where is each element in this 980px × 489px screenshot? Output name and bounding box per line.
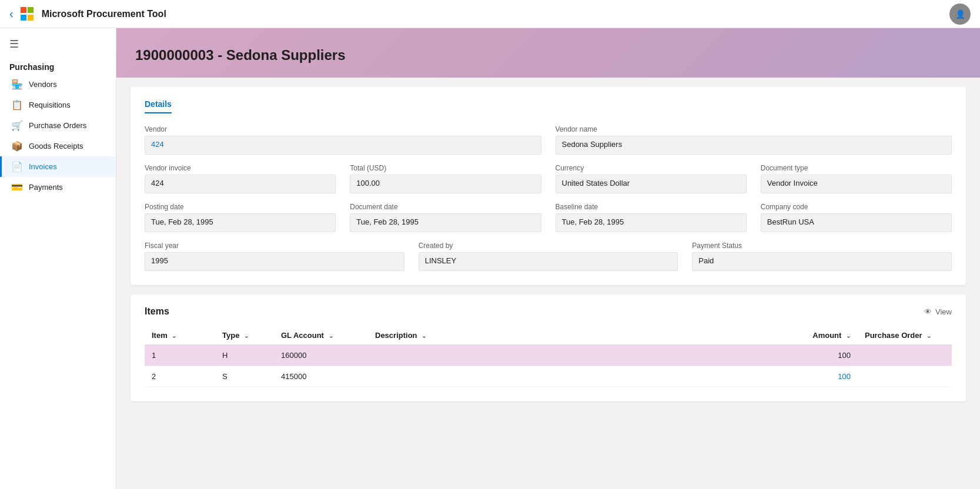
col-header-item[interactable]: Item ⌄	[145, 326, 215, 345]
sidebar-item-requisitions[interactable]: 📋 Requisitions	[0, 95, 116, 115]
fiscal-year-field: Fiscal year 1995	[145, 242, 404, 271]
app-name: Microsoft Procurement Tool	[42, 9, 166, 19]
currency-label: Currency	[556, 164, 747, 172]
sidebar-item-label: Payments	[29, 183, 63, 192]
eye-icon: 👁	[924, 307, 932, 316]
posting-date-value: Tue, Feb 28, 1995	[145, 213, 336, 232]
table-cell-1: H	[215, 345, 274, 366]
items-table: Item ⌄ Type ⌄ GL Account ⌄	[145, 326, 952, 387]
desc-sort-icon: ⌄	[422, 333, 426, 339]
sidebar-item-vendors[interactable]: 🏪 Vendors	[0, 74, 116, 95]
goods-receipts-icon: 📦	[11, 140, 23, 152]
table-cell-4: 100	[787, 345, 858, 366]
currency-field: Currency United States Dollar	[556, 164, 747, 193]
payment-status-label: Payment Status	[692, 242, 952, 250]
details-grid: Vendor 424 Vendor name Sedona Suppliers …	[145, 125, 952, 271]
created-by-label: Created by	[419, 242, 678, 250]
table-header-row: Item ⌄ Type ⌄ GL Account ⌄	[145, 326, 952, 345]
page-header: 1900000003 - Sedona Suppliers	[116, 28, 980, 78]
details-row-4: Fiscal year 1995 Created by LINSLEY Paym…	[145, 242, 952, 271]
sidebar-item-invoices[interactable]: 📄 Invoices	[0, 156, 116, 177]
details-tab[interactable]: Details	[145, 99, 172, 113]
page-title: 1900000003 - Sedona Suppliers	[135, 47, 961, 63]
document-date-value: Tue, Feb 28, 1995	[350, 213, 541, 232]
purchase-orders-icon: 🛒	[11, 120, 23, 131]
sidebar-item-purchase-orders[interactable]: 🛒 Purchase Orders	[0, 115, 116, 136]
amount-sort-icon: ⌄	[846, 333, 851, 339]
details-row-1: Vendor 424 Vendor name Sedona Suppliers	[145, 125, 952, 155]
col-header-amount[interactable]: Amount ⌄	[787, 326, 858, 345]
table-cell-2: 160000	[274, 345, 368, 366]
document-date-field: Document date Tue, Feb 28, 1995	[350, 203, 541, 232]
details-row-3: Posting date Tue, Feb 28, 1995 Document …	[145, 203, 952, 232]
document-type-field: Document type Vendor Invoice	[761, 164, 952, 193]
items-header: Items 👁 View	[145, 306, 952, 317]
table-row[interactable]: 2S415000100	[145, 366, 952, 387]
table-cell-2: 415000	[274, 366, 368, 387]
vendor-invoice-value: 424	[145, 175, 336, 193]
hamburger-icon[interactable]: ☰	[0, 33, 116, 55]
view-label: View	[935, 307, 952, 316]
invoices-icon: 📄	[11, 161, 23, 172]
baseline-date-value: Tue, Feb 28, 1995	[556, 213, 747, 232]
sidebar-item-goods-receipts[interactable]: 📦 Goods Receipts	[0, 136, 116, 156]
content-area: 1900000003 - Sedona Suppliers Details Ve…	[116, 28, 980, 489]
vendors-icon: 🏪	[11, 79, 23, 90]
requisitions-icon: 📋	[11, 99, 23, 110]
col-header-description[interactable]: Description ⌄	[368, 326, 787, 345]
po-sort-icon: ⌄	[927, 333, 931, 339]
sidebar: ☰ Purchasing 🏪 Vendors 📋 Requisitions 🛒 …	[0, 28, 116, 489]
created-by-field: Created by LINSLEY	[419, 242, 678, 271]
baseline-date-field: Baseline date Tue, Feb 28, 1995	[556, 203, 747, 232]
vendor-field: Vendor 424	[145, 125, 541, 155]
col-header-type[interactable]: Type ⌄	[215, 326, 274, 345]
vendor-name-value: Sedona Suppliers	[556, 136, 952, 155]
table-cell-3	[368, 345, 787, 366]
table-cell-5	[858, 345, 952, 366]
fiscal-year-label: Fiscal year	[145, 242, 404, 250]
company-code-value: BestRun USA	[761, 213, 952, 232]
posting-date-label: Posting date	[145, 203, 336, 211]
col-header-purchase-order[interactable]: Purchase Order ⌄	[858, 326, 952, 345]
sidebar-item-label: Goods Receipts	[29, 142, 83, 150]
vendor-name-field: Vendor name Sedona Suppliers	[556, 125, 952, 155]
vendor-name-label: Vendor name	[556, 125, 952, 133]
vendor-label: Vendor	[145, 125, 541, 133]
company-code-field: Company code BestRun USA	[761, 203, 952, 232]
details-row-2: Vendor invoice 424 Total (USD) 100.00 Cu…	[145, 164, 952, 193]
col-header-gl[interactable]: GL Account ⌄	[274, 326, 368, 345]
posting-date-field: Posting date Tue, Feb 28, 1995	[145, 203, 336, 232]
sidebar-item-label: Invoices	[29, 162, 57, 171]
total-label: Total (USD)	[350, 164, 541, 172]
payment-status-field: Payment Status Paid	[692, 242, 952, 271]
sidebar-section-title: Purchasing	[0, 58, 116, 74]
total-value: 100.00	[350, 175, 541, 193]
fiscal-year-value: 1995	[145, 252, 404, 271]
table-cell-0: 1	[145, 345, 215, 366]
payments-icon: 💳	[11, 182, 23, 193]
baseline-date-label: Baseline date	[556, 203, 747, 211]
gl-sort-icon: ⌄	[329, 333, 333, 339]
topbar: ‹ Microsoft Procurement Tool 👤	[0, 0, 980, 28]
company-code-label: Company code	[761, 203, 952, 211]
items-title: Items	[145, 306, 169, 317]
vendor-value[interactable]: 424	[145, 136, 541, 155]
type-sort-icon: ⌄	[244, 333, 249, 339]
document-type-value: Vendor Invoice	[761, 175, 952, 193]
table-row[interactable]: 1H160000100	[145, 345, 952, 366]
vendor-invoice-label: Vendor invoice	[145, 164, 336, 172]
table-cell-0: 2	[145, 366, 215, 387]
back-button[interactable]: ‹	[9, 7, 14, 21]
details-card: Details Vendor 424 Vendor name Sedona Su…	[131, 87, 966, 285]
sidebar-item-label: Purchase Orders	[29, 121, 86, 130]
table-cell-5	[858, 366, 952, 387]
table-cell-3	[368, 366, 787, 387]
sidebar-item-payments[interactable]: 💳 Payments	[0, 177, 116, 197]
document-type-label: Document type	[761, 164, 952, 172]
ms-logo	[21, 7, 35, 21]
vendor-invoice-field: Vendor invoice 424	[145, 164, 336, 193]
sidebar-item-label: Vendors	[29, 80, 57, 89]
view-button[interactable]: 👁 View	[924, 307, 952, 316]
total-field: Total (USD) 100.00	[350, 164, 541, 193]
payment-status-value: Paid	[692, 252, 952, 271]
